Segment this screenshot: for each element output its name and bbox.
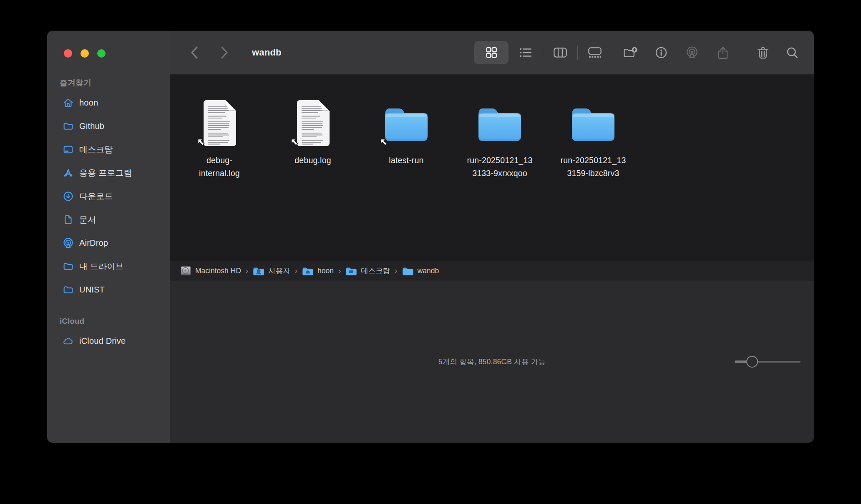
sidebar-item-label: 데스크탑	[79, 144, 113, 155]
file-name[interactable]: run-20250121_133159-lbzc8rv3	[561, 154, 626, 180]
sidebar-item-github[interactable]: Github	[47, 114, 170, 138]
folder-icon	[62, 260, 74, 272]
desktop-folder-icon	[345, 266, 357, 276]
breadcrumb-separator: ›	[246, 266, 248, 275]
search-icon	[786, 46, 798, 59]
alias-arrow-icon	[378, 136, 389, 147]
sidebar-item-label: AirDrop	[79, 238, 108, 248]
slider-knob[interactable]	[746, 356, 758, 368]
folder-icon[interactable]	[476, 99, 523, 147]
breadcrumb-label: Macintosh HD	[195, 267, 241, 275]
breadcrumb-item[interactable]: Macintosh HD	[180, 265, 241, 276]
sidebar-item-label: iCloud Drive	[79, 336, 126, 346]
grid-view-icon	[485, 46, 498, 59]
status-bar: 5개의 항목, 850.86GB 사용 가능	[170, 281, 814, 443]
sidebar-item-label: UNIST	[79, 285, 105, 295]
desktop-icon	[62, 143, 74, 156]
breadcrumb-item[interactable]: 사용자	[253, 266, 290, 276]
view-grid-button[interactable]	[474, 41, 509, 64]
desktop: 즐겨찾기 hoon Github 데스크탑 응용 프로그램 다운로드 문서 Ai…	[0, 0, 861, 504]
airdrop-button[interactable]	[683, 41, 701, 64]
appstore-icon	[62, 166, 74, 179]
sidebar-item-label: 문서	[79, 214, 96, 225]
path-bar: Macintosh HD› 사용자› hoon› 데스크탑› wandb	[170, 261, 814, 281]
trash-icon	[757, 46, 769, 59]
breadcrumb-item[interactable]: 데스크탑	[345, 266, 390, 276]
sidebar-item-label: 다운로드	[79, 191, 113, 202]
cloud-icon	[62, 335, 74, 347]
sidebar-item-데스크탑[interactable]: 데스크탑	[47, 138, 170, 161]
columns-view-icon	[553, 47, 567, 58]
gallery-view-icon	[588, 46, 602, 59]
breadcrumb-separator: ›	[295, 266, 297, 275]
sidebar-item-응용-프로그램[interactable]: 응용 프로그램	[47, 161, 170, 184]
share-icon	[717, 46, 729, 60]
sidebar-section-header: iCloud	[60, 316, 170, 327]
view-columns-button[interactable]	[543, 41, 577, 64]
log-file-icon[interactable]	[200, 99, 239, 147]
view-list-button[interactable]	[509, 41, 543, 64]
drive-icon	[180, 265, 191, 276]
log-file-icon[interactable]	[294, 99, 332, 147]
window-title: wandb	[252, 47, 282, 58]
close-button[interactable]	[64, 49, 72, 58]
zoom-button[interactable]	[97, 49, 106, 58]
breadcrumb-separator: ›	[395, 266, 397, 275]
sidebar-item-내-드라이브[interactable]: 내 드라이브	[47, 255, 170, 278]
alias-badge	[289, 136, 300, 149]
file-grid: debug-internal.log debug.log latest-run …	[170, 75, 814, 261]
file-item[interactable]: run-20250121_133159-lbzc8rv3	[546, 99, 640, 180]
toolbar: wandb	[170, 31, 814, 75]
file-item[interactable]: debug-internal.log	[173, 99, 266, 180]
chevron-left-icon	[192, 47, 197, 58]
file-item[interactable]: run-20250121_133133-9xrxxqoo	[453, 99, 546, 180]
forward-button[interactable]	[216, 43, 233, 62]
file-item[interactable]: debug.log	[266, 99, 360, 167]
file-name[interactable]: run-20250121_133133-9xrxxqoo	[467, 154, 533, 180]
folder-icon[interactable]	[383, 99, 430, 147]
airdrop-icon	[685, 46, 699, 59]
sidebar-item-label: 내 드라이브	[79, 261, 124, 272]
breadcrumb-item[interactable]: wandb	[402, 266, 439, 276]
share-button[interactable]	[714, 41, 732, 64]
folder-icon	[62, 283, 74, 296]
folder-icon	[402, 266, 414, 276]
trash-button[interactable]	[754, 41, 772, 64]
sidebar: 즐겨찾기 hoon Github 데스크탑 응용 프로그램 다운로드 문서 Ai…	[47, 31, 170, 443]
sidebar-item-문서[interactable]: 문서	[47, 208, 170, 231]
file-name[interactable]: debug-internal.log	[199, 154, 240, 180]
download-icon	[62, 190, 74, 202]
slider-fill	[735, 360, 747, 363]
new-folder-button[interactable]	[621, 41, 639, 64]
minimize-button[interactable]	[81, 49, 89, 58]
breadcrumb-label: hoon	[317, 267, 334, 275]
file-name[interactable]: latest-run	[389, 154, 423, 167]
file-name[interactable]: debug.log	[295, 154, 331, 167]
view-gallery-button[interactable]	[578, 41, 612, 64]
sidebar-item-다운로드[interactable]: 다운로드	[47, 184, 170, 208]
status-text: 5개의 항목, 850.86GB 사용 가능	[438, 357, 546, 367]
search-button[interactable]	[783, 41, 801, 64]
sidebar-item-label: 응용 프로그램	[79, 167, 132, 179]
finder-window: 즐겨찾기 hoon Github 데스크탑 응용 프로그램 다운로드 문서 Ai…	[47, 31, 814, 443]
folder-icon[interactable]	[570, 99, 617, 147]
sidebar-item-airdrop[interactable]: AirDrop	[47, 231, 170, 255]
file-item[interactable]: latest-run	[360, 99, 453, 167]
sidebar-item-label: hoon	[79, 98, 98, 108]
breadcrumb-label: 데스크탑	[361, 266, 390, 276]
sidebar-item-icloud-drive[interactable]: iCloud Drive	[47, 329, 170, 353]
alias-badge	[378, 136, 389, 149]
breadcrumb-item[interactable]: hoon	[302, 266, 334, 276]
back-button[interactable]	[186, 43, 203, 62]
home-icon	[62, 96, 74, 109]
alias-arrow-icon	[289, 136, 300, 147]
sidebar-item-unist[interactable]: UNIST	[47, 278, 170, 301]
sidebar-section-header: 즐겨찾기	[60, 78, 170, 88]
breadcrumb-label: wandb	[418, 267, 439, 275]
icon-size-slider[interactable]	[735, 355, 801, 368]
get-info-button[interactable]	[652, 41, 670, 64]
list-view-icon	[519, 47, 532, 58]
airdrop-icon	[62, 237, 74, 249]
sidebar-item-hoon[interactable]: hoon	[47, 91, 170, 114]
alias-badge	[195, 136, 206, 149]
